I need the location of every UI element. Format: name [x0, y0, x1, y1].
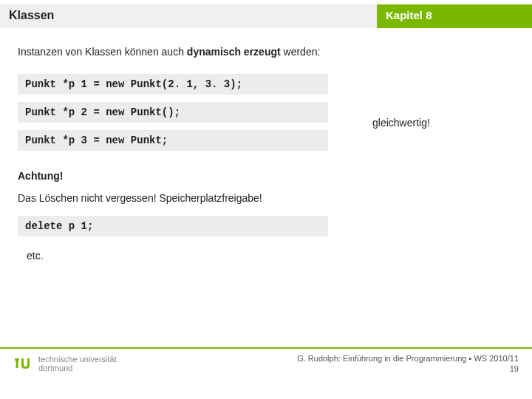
- credit-line: G. Rudolph: Einführung in die Programmie…: [297, 353, 519, 364]
- uni-line-1: technische universität: [38, 355, 117, 364]
- university-logo: technische universität dortmund: [13, 354, 117, 373]
- side-note: gleichwertig!: [372, 117, 430, 129]
- intro-suffix: werden:: [281, 46, 321, 58]
- page-number: 19: [297, 364, 519, 374]
- warning-text: Das Löschen nicht vergessen! Speicherpla…: [18, 192, 514, 204]
- code-line-1: Punkt *p 1 = new Punkt(2. 1, 3. 3);: [18, 74, 328, 95]
- slide-header: Klassen Kapitel 8: [0, 4, 532, 28]
- uni-line-2: dortmund: [38, 364, 117, 372]
- footer-divider: [0, 347, 532, 349]
- etc-text: etc.: [27, 250, 514, 262]
- intro-text: Instanzen von Klassen können auch dynami…: [18, 46, 514, 58]
- code-delete-line: delete p 1;: [18, 216, 328, 236]
- slide-content: Instanzen von Klassen können auch dynami…: [0, 28, 532, 262]
- achtung-heading: Achtung!: [18, 170, 514, 182]
- code-line-3: Punkt *p 3 = new Punkt;: [18, 130, 328, 151]
- credit-block: G. Rudolph: Einführung in die Programmie…: [297, 353, 519, 375]
- university-name: technische universität dortmund: [38, 355, 117, 372]
- slide-title-right: Kapitel 8: [377, 4, 532, 28]
- slide-footer: technische universität dortmund G. Rudol…: [0, 353, 532, 375]
- tu-logo-icon: [13, 354, 33, 373]
- code-line-2: Punkt *p 2 = new Punkt();: [18, 102, 328, 123]
- intro-bold: dynamisch erzeugt: [187, 46, 281, 58]
- intro-prefix: Instanzen von Klassen können auch: [18, 46, 187, 58]
- slide-title-left: Klassen: [0, 4, 377, 28]
